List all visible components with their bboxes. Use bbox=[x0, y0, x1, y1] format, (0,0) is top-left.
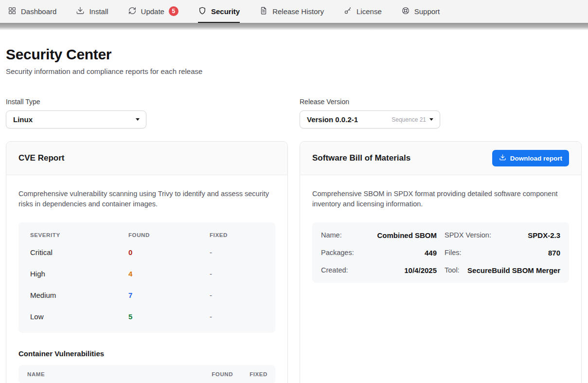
table-row: Low 5 - bbox=[18, 306, 275, 327]
table-row: High 4 - bbox=[18, 263, 275, 284]
page-title: Security Center bbox=[6, 46, 582, 63]
info-label: Files: bbox=[445, 249, 462, 256]
info-label: Tool: bbox=[445, 266, 460, 274]
cve-card-body: Comprehensive vulnerability scanning usi… bbox=[6, 175, 287, 383]
info-value: SecureBuild SBOM Merger bbox=[467, 266, 560, 274]
info-value: 449 bbox=[425, 249, 437, 257]
download-report-label: Download report bbox=[510, 155, 562, 162]
sbom-card-title: Software Bill of Materials bbox=[312, 153, 410, 163]
fixed-count: - bbox=[210, 312, 264, 321]
sbom-info-packages: Packages: 449 bbox=[321, 244, 437, 261]
severity-label: High bbox=[30, 270, 128, 278]
nav-item-security[interactable]: Security bbox=[198, 0, 240, 23]
filters-row: Install Type Linux Release Version Versi… bbox=[6, 98, 582, 128]
info-value: Combined SBOM bbox=[377, 231, 437, 239]
container-vulnerabilities-title: Container Vulnerabilities bbox=[18, 349, 275, 358]
nav-label: Install bbox=[89, 7, 108, 16]
download-icon bbox=[76, 6, 85, 17]
document-icon bbox=[259, 6, 268, 17]
install-type-label: Install Type bbox=[6, 98, 288, 106]
download-icon bbox=[499, 154, 506, 163]
sbom-info-grid: Name: Combined SBOM SPDX Version: SPDX-2… bbox=[312, 222, 569, 283]
column-header-severity: Severity bbox=[30, 232, 128, 238]
info-value: SPDX-2.3 bbox=[528, 231, 560, 239]
cve-description: Comprehensive vulnerability scanning usi… bbox=[18, 189, 275, 209]
sbom-description: Comprehensive SBOM in SPDX format provid… bbox=[312, 189, 569, 209]
page-subtitle: Security information and compliance repo… bbox=[6, 67, 582, 75]
chevron-down-icon bbox=[136, 118, 140, 121]
sbom-info-files: Files: 870 bbox=[445, 244, 560, 261]
column-header-found: Found bbox=[128, 232, 210, 238]
nav-label: Update bbox=[141, 7, 164, 16]
install-type-value: Linux bbox=[13, 115, 33, 124]
found-count: 4 bbox=[128, 270, 210, 278]
nav-label: Support bbox=[414, 7, 440, 16]
nav-item-update[interactable]: Update 5 bbox=[128, 0, 178, 23]
cve-report-card: CVE Report Comprehensive vulnerability s… bbox=[6, 141, 288, 383]
install-type-filter: Install Type Linux bbox=[6, 98, 288, 128]
info-label: Created: bbox=[321, 266, 348, 274]
release-version-value: Version 0.0.2-1 bbox=[307, 115, 358, 124]
dashboard-grid-icon bbox=[8, 6, 17, 17]
nav-item-support[interactable]: Support bbox=[401, 0, 440, 23]
sbom-info-created: Created: 10/4/2025 bbox=[321, 261, 437, 279]
fixed-count: - bbox=[210, 291, 264, 299]
column-header-found: Found bbox=[212, 371, 233, 377]
header-shadow-divider bbox=[0, 23, 588, 30]
info-value: 870 bbox=[548, 249, 560, 257]
nav-label: Dashboard bbox=[21, 7, 56, 16]
table-row: Critical 0 - bbox=[18, 241, 275, 263]
cve-card-header: CVE Report bbox=[6, 142, 287, 175]
severity-table: Severity Found Fixed Critical 0 - High 4… bbox=[18, 222, 275, 333]
table-row: Medium 7 - bbox=[18, 284, 275, 306]
info-label: Packages: bbox=[321, 249, 354, 256]
info-label: Name: bbox=[321, 231, 342, 239]
severity-table-header: Severity Found Fixed bbox=[18, 229, 275, 241]
sbom-info-name: Name: Combined SBOM bbox=[321, 226, 437, 244]
report-cards: CVE Report Comprehensive vulnerability s… bbox=[6, 141, 582, 383]
cve-card-title: CVE Report bbox=[18, 153, 64, 163]
nav-label: Security bbox=[211, 7, 240, 16]
info-value: 10/4/2025 bbox=[404, 266, 437, 274]
sbom-info-spdx-version: SPDX Version: SPDX-2.3 bbox=[445, 226, 560, 244]
found-count: 0 bbox=[128, 248, 210, 256]
release-version-label: Release Version bbox=[300, 98, 582, 106]
update-count-badge: 5 bbox=[169, 6, 178, 16]
sbom-card-header: Software Bill of Materials Download repo… bbox=[300, 142, 581, 175]
refresh-icon bbox=[128, 6, 137, 17]
top-navigation: Dashboard Install Update 5 Security Rele… bbox=[0, 0, 588, 23]
main-content: Security Center Security information and… bbox=[0, 46, 588, 383]
container-vulnerabilities-header: Name Found Fixed bbox=[18, 365, 275, 383]
chevron-down-icon bbox=[429, 118, 433, 121]
info-label: SPDX Version: bbox=[445, 231, 491, 239]
nav-label: Release History bbox=[272, 7, 324, 16]
nav-label: License bbox=[356, 7, 382, 16]
release-version-filter: Release Version Version 0.0.2-1 Sequence… bbox=[300, 98, 582, 128]
found-count: 7 bbox=[128, 291, 210, 299]
severity-label: Medium bbox=[30, 291, 128, 299]
found-count: 5 bbox=[128, 312, 210, 321]
column-header-fixed: Fixed bbox=[249, 371, 267, 377]
severity-label: Low bbox=[30, 312, 128, 321]
nav-item-dashboard[interactable]: Dashboard bbox=[8, 0, 56, 23]
column-header-fixed: Fixed bbox=[210, 232, 264, 238]
nav-item-license[interactable]: License bbox=[343, 0, 382, 23]
sbom-card-body: Comprehensive SBOM in SPDX format provid… bbox=[300, 175, 581, 296]
sbom-info-tool: Tool: SecureBuild SBOM Merger bbox=[445, 261, 560, 279]
nav-item-install[interactable]: Install bbox=[76, 0, 108, 23]
key-icon bbox=[343, 6, 352, 17]
shield-icon bbox=[198, 6, 207, 17]
install-type-select[interactable]: Linux bbox=[6, 110, 146, 128]
fixed-count: - bbox=[210, 248, 264, 256]
download-report-button[interactable]: Download report bbox=[492, 150, 569, 166]
severity-label: Critical bbox=[30, 248, 128, 256]
life-buoy-icon bbox=[401, 6, 410, 17]
release-version-select[interactable]: Version 0.0.2-1 Sequence 21 bbox=[300, 110, 440, 128]
fixed-count: - bbox=[210, 270, 264, 278]
nav-item-release-history[interactable]: Release History bbox=[259, 0, 324, 23]
column-header-name: Name bbox=[27, 371, 212, 377]
sequence-hint: Sequence 21 bbox=[392, 116, 426, 123]
sbom-card: Software Bill of Materials Download repo… bbox=[300, 141, 582, 383]
